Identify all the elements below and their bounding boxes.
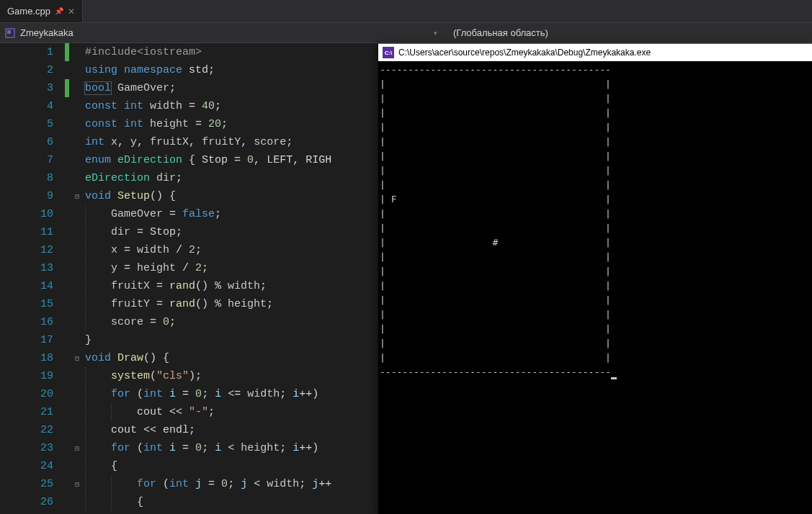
console-title-text: C:\Users\acer\source\repos\Zmeykakaka\De… — [398, 48, 651, 58]
change-marker — [65, 259, 69, 277]
console-cursor — [611, 377, 617, 379]
change-marker — [65, 79, 69, 97]
change-marker — [65, 439, 69, 457]
svg-rect-1 — [7, 30, 11, 34]
fold-spacer — [71, 403, 84, 421]
fold-spacer — [71, 277, 84, 295]
fold-spacer — [71, 151, 84, 169]
fold-spacer — [71, 367, 84, 385]
change-marker — [65, 277, 69, 295]
line-number: 21 — [0, 403, 63, 421]
change-marker — [65, 151, 69, 169]
line-number: 3 — [0, 79, 63, 97]
change-marker — [65, 385, 69, 403]
fold-toggle-icon[interactable]: ⊟ — [71, 187, 84, 205]
fold-spacer — [71, 133, 84, 151]
fold-spacer — [71, 385, 84, 403]
line-number: 20 — [0, 385, 63, 403]
line-number: 17 — [0, 331, 63, 349]
navigation-bar: Zmeykakaka ▾ (Глобальная область) — [0, 23, 812, 43]
fold-spacer — [71, 43, 84, 61]
scope-dropdown[interactable]: (Глобальная область) — [443, 27, 548, 38]
change-marker — [65, 43, 69, 61]
change-marker — [65, 403, 69, 421]
change-marker — [65, 115, 69, 133]
change-marker — [65, 61, 69, 79]
editor-tab[interactable]: Game.cpp 📌 ✕ — [0, 0, 83, 22]
fold-spacer — [71, 223, 84, 241]
change-marker — [65, 367, 69, 385]
change-marker — [65, 97, 69, 115]
fold-spacer — [71, 295, 84, 313]
change-marker — [65, 421, 69, 439]
cpp-project-icon — [4, 27, 16, 39]
line-number: 4 — [0, 97, 63, 115]
line-number: 10 — [0, 205, 63, 223]
change-marker — [65, 457, 69, 475]
line-number: 23 — [0, 439, 63, 457]
line-number: 13 — [0, 259, 63, 277]
console-title-bar[interactable]: C:\ C:\Users\acer\source\repos\Zmeykakak… — [378, 44, 812, 61]
fold-spacer — [71, 331, 84, 349]
line-number: 6 — [0, 133, 63, 151]
line-number: 25 — [0, 475, 63, 493]
fold-toggle-icon[interactable]: ⊟ — [71, 349, 84, 367]
change-marker — [65, 187, 69, 205]
line-number-gutter: 1234567891011121314151617181920212223242… — [0, 43, 63, 514]
console-window[interactable]: C:\ C:\Users\acer\source\repos\Zmeykakak… — [378, 43, 812, 514]
line-number: 8 — [0, 169, 63, 187]
tab-bar: Game.cpp 📌 ✕ — [0, 0, 812, 23]
change-marker — [65, 493, 69, 511]
line-number: 14 — [0, 277, 63, 295]
line-number: 22 — [0, 421, 63, 439]
fold-spacer — [71, 421, 84, 439]
line-number: 1 — [0, 43, 63, 61]
line-number: 12 — [0, 241, 63, 259]
line-number: 5 — [0, 115, 63, 133]
change-marker — [65, 349, 69, 367]
line-number: 11 — [0, 223, 63, 241]
fold-spacer — [71, 115, 84, 133]
line-number: 16 — [0, 313, 63, 331]
fold-spacer — [71, 205, 84, 223]
pin-icon[interactable]: 📌 — [55, 7, 63, 15]
change-marker — [65, 205, 69, 223]
chevron-down-icon: ▾ — [434, 30, 437, 37]
tab-filename: Game.cpp — [7, 6, 50, 17]
fold-spacer — [71, 97, 84, 115]
fold-spacer — [71, 61, 84, 79]
fold-spacer — [71, 493, 84, 511]
fold-spacer — [71, 313, 84, 331]
fold-column: ⊟⊟⊟⊟ — [71, 43, 84, 514]
project-name: Zmeykakaka — [20, 27, 73, 38]
fold-spacer — [71, 79, 84, 97]
fold-spacer — [71, 457, 84, 475]
change-marker — [65, 313, 69, 331]
close-icon[interactable]: ✕ — [68, 6, 75, 17]
change-marker — [65, 295, 69, 313]
fold-spacer — [71, 259, 84, 277]
change-marker-column — [63, 43, 71, 514]
fold-spacer — [71, 241, 84, 259]
project-scope-dropdown[interactable]: Zmeykakaka ▾ — [0, 27, 443, 39]
line-number: 18 — [0, 349, 63, 367]
line-number: 15 — [0, 295, 63, 313]
change-marker — [65, 241, 69, 259]
line-number: 9 — [0, 187, 63, 205]
line-number: 24 — [0, 457, 63, 475]
change-marker — [65, 475, 69, 493]
change-marker — [65, 169, 69, 187]
fold-spacer — [71, 169, 84, 187]
change-marker — [65, 223, 69, 241]
console-output: ----------------------------------------… — [378, 61, 812, 514]
line-number: 19 — [0, 367, 63, 385]
console-app-icon: C:\ — [383, 47, 394, 58]
line-number: 26 — [0, 493, 63, 511]
change-marker — [65, 331, 69, 349]
fold-toggle-icon[interactable]: ⊟ — [71, 439, 84, 457]
line-number: 2 — [0, 61, 63, 79]
fold-toggle-icon[interactable]: ⊟ — [71, 475, 84, 493]
scope-label: (Глобальная область) — [453, 27, 548, 38]
line-number: 7 — [0, 151, 63, 169]
change-marker — [65, 133, 69, 151]
